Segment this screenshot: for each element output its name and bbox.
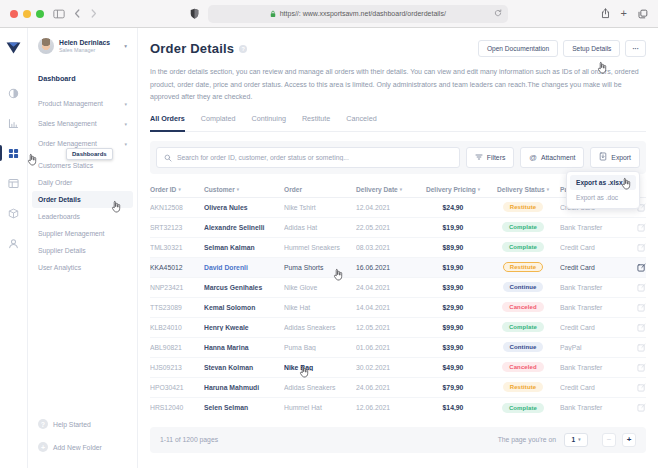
edit-row-icon[interactable] <box>624 403 646 412</box>
share-icon[interactable] <box>601 8 610 19</box>
cell-order-id: TTS23089 <box>150 304 204 311</box>
plus-icon: + <box>38 442 48 452</box>
sidebar-group-product-management[interactable]: Product Management▾ <box>38 100 127 107</box>
sort-caret-icon: ▾ <box>400 187 402 192</box>
sidebar-item-order-details[interactable]: Order Details <box>32 191 133 208</box>
page-select[interactable]: 1 ▾ <box>564 433 588 447</box>
column-header-customer[interactable]: Customer▾ <box>204 186 284 193</box>
help-started-button[interactable]: ? Help Started <box>38 419 127 429</box>
table-row[interactable]: SRT32123 Alexandre Selinelli Adidas Hat … <box>150 218 646 238</box>
filters-button[interactable]: Filters <box>466 147 515 168</box>
sidebar-item-daily-order[interactable]: Daily Order <box>32 174 133 191</box>
cell-order[interactable]: Nike Bag <box>284 364 356 371</box>
table-row[interactable]: HRS12040 Selen Selman Hummel Hat 12.06.2… <box>150 398 646 418</box>
tab-all-orders[interactable]: All Orders <box>150 114 185 132</box>
table-row[interactable]: HJS09213 Stevan Kolman Nike Bag 30.02.20… <box>150 358 646 378</box>
cell-customer[interactable]: David Dorenli <box>204 264 284 271</box>
edit-row-icon[interactable] <box>624 303 646 312</box>
new-tab-icon[interactable]: + <box>621 8 627 19</box>
setup-details-button[interactable]: Setup Details <box>563 40 620 57</box>
cell-delivery-date: 01.06.2021 <box>356 344 420 351</box>
sidebar-item-supplier-details[interactable]: Supplier Details <box>32 242 133 259</box>
column-header-order-id[interactable]: Order ID▾ <box>150 186 204 193</box>
cell-order: Nike Glove <box>284 284 356 291</box>
table-row[interactable]: KLB24010 Henry Kweale Adidas Sneakers 12… <box>150 318 646 338</box>
export-button[interactable]: Export <box>590 147 640 168</box>
edit-row-icon[interactable] <box>624 243 646 252</box>
forward-icon[interactable] <box>90 9 97 18</box>
minimize-window-button[interactable] <box>23 10 31 18</box>
tab-canceled[interactable]: Canceled <box>346 114 376 131</box>
edit-row-icon[interactable] <box>624 223 646 232</box>
cell-payment-type: Credit Card <box>560 264 624 271</box>
column-header-delivery-date[interactable]: Delivery Date▾ <box>356 186 420 193</box>
products-icon[interactable] <box>0 198 28 228</box>
theme-toggle-icon[interactable] <box>0 78 28 108</box>
prev-page-button[interactable]: − <box>602 433 616 447</box>
shield-icon[interactable] <box>190 8 199 19</box>
table-row[interactable]: KKA45012 David Dorenli Puma Shorts 16.06… <box>150 258 646 278</box>
reload-icon[interactable] <box>494 9 502 17</box>
cell-payment-type: PayPal <box>560 344 624 351</box>
export-menu-item-export-as-xlsx[interactable]: Export as .xlsx <box>570 175 636 190</box>
sidebar-item-leaderboards[interactable]: Leaderboards <box>32 208 133 225</box>
main-content: Order Details ? Open Documentation Setup… <box>138 28 658 468</box>
tab-restitute[interactable]: Restitute <box>302 114 330 131</box>
column-header-order[interactable]: Order <box>284 186 356 193</box>
cell-order-id: TML30321 <box>150 244 204 251</box>
edit-row-icon[interactable] <box>624 343 646 352</box>
help-hint-icon[interactable]: ? <box>239 45 247 53</box>
tabs-overview-icon[interactable] <box>638 9 648 19</box>
cell-customer: Hanna Marina <box>204 344 284 351</box>
browser-window: https//: www.xxsportsavm.net/dashboard/o… <box>0 0 658 468</box>
table-row[interactable]: NNP23421 Marcus Genihales Nike Glove 24.… <box>150 278 646 298</box>
analytics-icon[interactable] <box>0 108 28 138</box>
table-row[interactable]: HPO30421 Haruna Mahmudi Adidas Sneakers … <box>150 378 646 398</box>
cell-delivery-date: 24.04.2021 <box>356 284 420 291</box>
edit-row-icon[interactable] <box>624 363 646 372</box>
edit-row-icon[interactable] <box>624 283 646 292</box>
status-badge: Continue <box>503 282 544 292</box>
status-badge: Restitute <box>503 202 544 212</box>
table-row[interactable]: TTS23089 Kemal Solomon Nike Hat 14.04.20… <box>150 298 646 318</box>
export-icon <box>599 152 607 162</box>
sidebar-item-supplier-menagement[interactable]: Supplier Menagement <box>32 225 133 242</box>
sidebar: Helen Derinlacs Sales Manager ▾ Dashboar… <box>28 28 138 468</box>
column-header-delivery-pricing[interactable]: Delivery Pricing▾ <box>420 186 486 193</box>
back-icon[interactable] <box>74 9 81 18</box>
add-new-folder-button[interactable]: + Add New Folder <box>38 442 127 452</box>
cell-delivery-status: Complate <box>486 242 560 252</box>
export-menu-item-export-as-doc[interactable]: Export as .doc <box>570 190 636 205</box>
zoom-window-button[interactable] <box>36 10 44 18</box>
search-input[interactable] <box>177 154 452 161</box>
dashboards-icon[interactable] <box>0 138 28 168</box>
cell-customer: Kemal Solomon <box>204 304 284 311</box>
cell-order-id: AKN12508 <box>150 204 204 211</box>
sidebar-group-sales-menagement[interactable]: Sales Menagement▾ <box>38 120 127 127</box>
tables-icon[interactable] <box>0 168 28 198</box>
next-page-button[interactable]: + <box>622 433 636 447</box>
open-documentation-button[interactable]: Open Documentation <box>478 40 558 57</box>
edit-row-icon[interactable] <box>624 263 646 272</box>
chevron-down-icon: ▾ <box>124 141 127 147</box>
sidebar-group-order-menagement[interactable]: Order Menagement▾ <box>38 140 127 147</box>
edit-row-icon[interactable] <box>624 383 646 392</box>
search-field[interactable] <box>156 147 460 168</box>
more-options-button[interactable]: ··· <box>625 40 646 57</box>
edit-row-icon[interactable] <box>624 323 646 332</box>
sort-caret-icon: ▾ <box>237 187 239 192</box>
table-row[interactable]: ABL90821 Hanna Marina Puma Bag 01.06.202… <box>150 338 646 358</box>
tab-continuing[interactable]: Continuing <box>252 114 286 131</box>
browser-actions: + <box>601 8 648 19</box>
user-menu[interactable]: Helen Derinlacs Sales Manager ▾ <box>38 38 127 54</box>
tab-complated[interactable]: Complated <box>201 114 236 131</box>
users-icon[interactable] <box>0 228 28 258</box>
table-body: AKN12508 Olivera Nules Nike Tshirt 12.04… <box>150 198 646 418</box>
sidebar-item-user-analytics[interactable]: User Analytics <box>32 259 133 276</box>
address-bar[interactable]: https//: www.xxsportsavm.net/dashboard/o… <box>208 5 508 23</box>
column-header-delivery-status[interactable]: Delivery Status▾ <box>486 186 560 193</box>
close-window-button[interactable] <box>10 10 18 18</box>
sidebar-toggle-icon[interactable] <box>53 9 65 19</box>
table-row[interactable]: TML30321 Selman Kalman Hummel Sneakers 0… <box>150 238 646 258</box>
attachment-button[interactable]: @ Attachment <box>520 147 584 168</box>
